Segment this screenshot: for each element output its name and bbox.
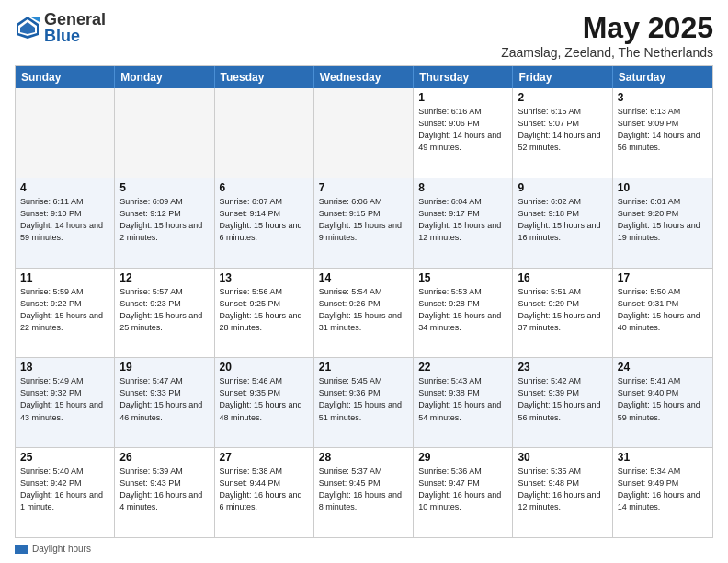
calendar-week-row: 4Sunrise: 6:11 AM Sunset: 9:10 PM Daylig…: [16, 178, 712, 268]
cell-info: Sunrise: 6:07 AM Sunset: 9:14 PM Dayligh…: [220, 196, 309, 244]
day-number: 21: [319, 361, 408, 373]
location: Zaamslag, Zeeland, The Netherlands: [501, 45, 713, 60]
calendar-cell: 4Sunrise: 6:11 AM Sunset: 9:10 PM Daylig…: [16, 178, 115, 268]
calendar-body: 1Sunrise: 6:16 AM Sunset: 9:06 PM Daylig…: [16, 88, 712, 537]
cell-info: Sunrise: 5:57 AM Sunset: 9:23 PM Dayligh…: [119, 286, 209, 334]
day-number: 12: [119, 271, 209, 284]
cell-info: Sunrise: 5:41 AM Sunset: 9:40 PM Dayligh…: [618, 375, 708, 423]
day-number: 31: [618, 451, 708, 464]
calendar-header: SundayMondayTuesdayWednesdayThursdayFrid…: [16, 66, 712, 88]
logo-blue-text: Blue: [44, 28, 106, 44]
cal-header-day: Wednesday: [314, 66, 414, 88]
calendar-cell: [314, 88, 414, 178]
cell-info: Sunrise: 5:39 AM Sunset: 9:43 PM Dayligh…: [119, 465, 209, 513]
calendar-cell: 30Sunrise: 5:35 AM Sunset: 9:48 PM Dayli…: [513, 448, 612, 537]
day-number: 29: [418, 451, 507, 464]
day-number: 30: [518, 451, 607, 464]
cell-info: Sunrise: 5:49 AM Sunset: 9:32 PM Dayligh…: [20, 375, 109, 423]
title-block: May 2025 Zaamslag, Zeeland, The Netherla…: [501, 11, 713, 60]
logo: General Blue: [15, 11, 106, 44]
cell-info: Sunrise: 6:16 AM Sunset: 9:06 PM Dayligh…: [418, 106, 507, 154]
cell-info: Sunrise: 5:47 AM Sunset: 9:33 PM Dayligh…: [119, 375, 209, 423]
day-number: 23: [518, 361, 607, 373]
calendar-cell: 6Sunrise: 6:07 AM Sunset: 9:14 PM Daylig…: [215, 178, 314, 268]
month-title: May 2025: [501, 11, 713, 45]
day-number: 24: [618, 361, 708, 373]
day-number: 6: [220, 181, 309, 194]
day-number: 16: [518, 271, 607, 284]
day-number: 22: [418, 361, 507, 373]
cell-info: Sunrise: 6:06 AM Sunset: 9:15 PM Dayligh…: [319, 196, 408, 244]
cell-info: Sunrise: 5:59 AM Sunset: 9:22 PM Dayligh…: [20, 286, 109, 334]
cell-info: Sunrise: 6:13 AM Sunset: 9:09 PM Dayligh…: [618, 106, 708, 154]
footer: Daylight hours: [15, 542, 713, 554]
cell-info: Sunrise: 5:40 AM Sunset: 9:42 PM Dayligh…: [20, 465, 109, 513]
calendar-cell: 7Sunrise: 6:06 AM Sunset: 9:15 PM Daylig…: [314, 178, 414, 268]
calendar-cell: 31Sunrise: 5:34 AM Sunset: 9:49 PM Dayli…: [613, 448, 712, 537]
day-number: 17: [618, 271, 708, 284]
day-number: 10: [618, 181, 708, 194]
calendar-week-row: 18Sunrise: 5:49 AM Sunset: 9:32 PM Dayli…: [16, 357, 712, 447]
cal-header-day: Sunday: [16, 66, 115, 88]
calendar-cell: 25Sunrise: 5:40 AM Sunset: 9:42 PM Dayli…: [16, 448, 115, 537]
cell-info: Sunrise: 6:01 AM Sunset: 9:20 PM Dayligh…: [618, 196, 708, 244]
cell-info: Sunrise: 5:53 AM Sunset: 9:28 PM Dayligh…: [418, 286, 507, 334]
cell-info: Sunrise: 5:36 AM Sunset: 9:47 PM Dayligh…: [418, 465, 507, 513]
day-number: 25: [20, 451, 109, 464]
calendar: SundayMondayTuesdayWednesdayThursdayFrid…: [15, 65, 713, 538]
calendar-cell: 1Sunrise: 6:16 AM Sunset: 9:06 PM Daylig…: [414, 88, 513, 178]
day-number: 20: [220, 361, 309, 373]
cal-header-day: Monday: [115, 66, 214, 88]
calendar-cell: 19Sunrise: 5:47 AM Sunset: 9:33 PM Dayli…: [115, 358, 214, 447]
calendar-cell: [115, 88, 214, 178]
day-number: 9: [518, 181, 607, 194]
calendar-cell: 27Sunrise: 5:38 AM Sunset: 9:44 PM Dayli…: [215, 448, 314, 537]
calendar-cell: 29Sunrise: 5:36 AM Sunset: 9:47 PM Dayli…: [414, 448, 513, 537]
footer-label: Daylight hours: [32, 544, 91, 554]
calendar-cell: 28Sunrise: 5:37 AM Sunset: 9:45 PM Dayli…: [314, 448, 414, 537]
cell-info: Sunrise: 6:11 AM Sunset: 9:10 PM Dayligh…: [20, 196, 109, 244]
day-number: 19: [119, 361, 209, 373]
header: General Blue May 2025 Zaamslag, Zeeland,…: [15, 11, 713, 60]
cell-info: Sunrise: 5:54 AM Sunset: 9:26 PM Dayligh…: [319, 286, 408, 334]
day-number: 1: [418, 91, 507, 104]
day-number: 13: [220, 271, 309, 284]
calendar-week-row: 11Sunrise: 5:59 AM Sunset: 9:22 PM Dayli…: [16, 268, 712, 358]
calendar-cell: 14Sunrise: 5:54 AM Sunset: 9:26 PM Dayli…: [314, 269, 414, 358]
cell-info: Sunrise: 6:09 AM Sunset: 9:12 PM Dayligh…: [119, 196, 209, 244]
calendar-cell: 11Sunrise: 5:59 AM Sunset: 9:22 PM Dayli…: [16, 269, 115, 358]
cell-info: Sunrise: 5:46 AM Sunset: 9:35 PM Dayligh…: [220, 375, 309, 423]
logo-text: General Blue: [44, 11, 106, 44]
cell-info: Sunrise: 6:04 AM Sunset: 9:17 PM Dayligh…: [418, 196, 507, 244]
day-number: 2: [518, 91, 607, 104]
cal-header-day: Saturday: [613, 66, 712, 88]
calendar-cell: 3Sunrise: 6:13 AM Sunset: 9:09 PM Daylig…: [613, 88, 712, 178]
cell-info: Sunrise: 5:42 AM Sunset: 9:39 PM Dayligh…: [518, 375, 607, 423]
day-number: 8: [418, 181, 507, 194]
cell-info: Sunrise: 5:34 AM Sunset: 9:49 PM Dayligh…: [618, 465, 708, 513]
calendar-cell: 16Sunrise: 5:51 AM Sunset: 9:29 PM Dayli…: [513, 269, 612, 358]
cell-info: Sunrise: 5:37 AM Sunset: 9:45 PM Dayligh…: [319, 465, 408, 513]
calendar-cell: 23Sunrise: 5:42 AM Sunset: 9:39 PM Dayli…: [513, 358, 612, 447]
cell-info: Sunrise: 6:02 AM Sunset: 9:18 PM Dayligh…: [518, 196, 607, 244]
calendar-cell: 12Sunrise: 5:57 AM Sunset: 9:23 PM Dayli…: [115, 269, 214, 358]
calendar-cell: 2Sunrise: 6:15 AM Sunset: 9:07 PM Daylig…: [513, 88, 612, 178]
calendar-cell: 17Sunrise: 5:50 AM Sunset: 9:31 PM Dayli…: [613, 269, 712, 358]
day-number: 15: [418, 271, 507, 284]
calendar-cell: 5Sunrise: 6:09 AM Sunset: 9:12 PM Daylig…: [115, 178, 214, 268]
cell-info: Sunrise: 5:51 AM Sunset: 9:29 PM Dayligh…: [518, 286, 607, 334]
cell-info: Sunrise: 5:35 AM Sunset: 9:48 PM Dayligh…: [518, 465, 607, 513]
calendar-cell: 22Sunrise: 5:43 AM Sunset: 9:38 PM Dayli…: [414, 358, 513, 447]
day-number: 18: [20, 361, 109, 373]
calendar-cell: 18Sunrise: 5:49 AM Sunset: 9:32 PM Dayli…: [16, 358, 115, 447]
calendar-cell: 20Sunrise: 5:46 AM Sunset: 9:35 PM Dayli…: [215, 358, 314, 447]
day-number: 5: [119, 181, 209, 194]
day-number: 14: [319, 271, 408, 284]
calendar-cell: [215, 88, 314, 178]
day-number: 27: [220, 451, 309, 464]
cell-info: Sunrise: 5:38 AM Sunset: 9:44 PM Dayligh…: [220, 465, 309, 513]
calendar-week-row: 25Sunrise: 5:40 AM Sunset: 9:42 PM Dayli…: [16, 447, 712, 537]
calendar-cell: 24Sunrise: 5:41 AM Sunset: 9:40 PM Dayli…: [613, 358, 712, 447]
calendar-cell: 13Sunrise: 5:56 AM Sunset: 9:25 PM Dayli…: [215, 269, 314, 358]
day-number: 26: [119, 451, 209, 464]
